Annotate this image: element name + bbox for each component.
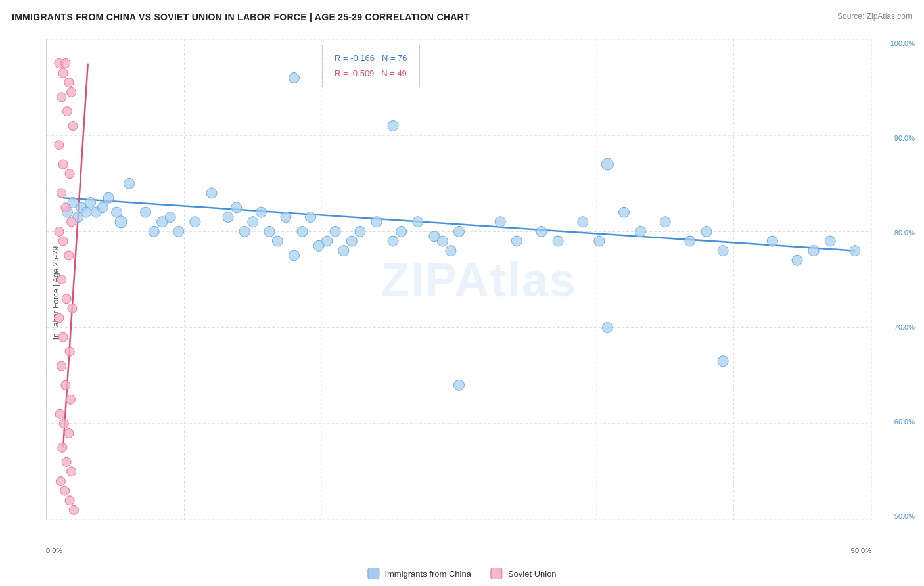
svg-point-25 bbox=[115, 216, 127, 228]
svg-point-36 bbox=[239, 226, 250, 237]
chart-container: IMMIGRANTS FROM CHINA VS SOVIET UNION IN… bbox=[0, 0, 924, 586]
svg-point-58 bbox=[437, 236, 448, 246]
svg-point-84 bbox=[61, 59, 70, 68]
svg-point-27 bbox=[141, 207, 151, 217]
stat-line-2: R = 0.509 N = 49 bbox=[335, 66, 407, 81]
svg-point-73 bbox=[601, 158, 613, 170]
legend-label-china: Immigrants from China bbox=[384, 569, 471, 579]
svg-point-100 bbox=[62, 294, 71, 304]
svg-point-77 bbox=[767, 236, 777, 246]
svg-point-34 bbox=[223, 212, 233, 222]
svg-point-61 bbox=[454, 380, 465, 390]
x-tick-0: 0.0% bbox=[46, 547, 62, 554]
stat-line-1: R = -0.166 N = 76 bbox=[335, 51, 407, 66]
legend-item-china: Immigrants from China bbox=[367, 568, 471, 579]
svg-point-41 bbox=[281, 212, 291, 222]
y-tick-labels: 100.0% 90.0% 80.0% 70.0% 60.0% 50.0% bbox=[890, 39, 915, 520]
svg-point-69 bbox=[635, 226, 646, 237]
legend-label-soviet: Soviet Union bbox=[508, 569, 557, 579]
svg-point-46 bbox=[322, 236, 333, 246]
svg-point-112 bbox=[62, 457, 71, 466]
svg-point-35 bbox=[231, 202, 242, 213]
svg-point-114 bbox=[56, 477, 65, 486]
svg-point-94 bbox=[61, 203, 70, 212]
svg-point-86 bbox=[67, 87, 76, 97]
svg-point-31 bbox=[173, 226, 184, 237]
source-label: Source: ZipAtlas.com bbox=[837, 12, 912, 21]
svg-point-22 bbox=[97, 202, 108, 213]
svg-point-70 bbox=[602, 323, 612, 333]
svg-point-74 bbox=[701, 226, 712, 237]
svg-point-95 bbox=[67, 217, 76, 227]
legend: Immigrants from China Soviet Union bbox=[367, 568, 556, 579]
svg-point-93 bbox=[57, 189, 66, 198]
svg-point-97 bbox=[58, 237, 68, 246]
svg-point-91 bbox=[58, 160, 68, 169]
svg-point-19 bbox=[81, 207, 91, 217]
svg-point-117 bbox=[69, 505, 78, 514]
svg-point-90 bbox=[55, 141, 64, 150]
svg-point-103 bbox=[58, 332, 68, 342]
svg-point-43 bbox=[297, 226, 308, 237]
y-tick-70: 70.0% bbox=[894, 323, 915, 331]
svg-point-108 bbox=[55, 409, 64, 418]
svg-point-109 bbox=[59, 419, 68, 428]
svg-point-60 bbox=[454, 226, 465, 237]
svg-point-78 bbox=[792, 255, 802, 265]
stat-r2: R = 0.509 N = 49 bbox=[335, 68, 407, 78]
svg-point-65 bbox=[553, 236, 563, 246]
svg-point-62 bbox=[495, 217, 505, 227]
x-tick-50: 50.0% bbox=[851, 547, 871, 554]
svg-point-33 bbox=[206, 188, 217, 198]
svg-point-116 bbox=[65, 496, 74, 505]
svg-point-66 bbox=[578, 217, 588, 227]
svg-point-28 bbox=[149, 226, 159, 237]
svg-point-115 bbox=[60, 486, 70, 495]
svg-point-89 bbox=[68, 122, 78, 131]
svg-point-44 bbox=[306, 212, 316, 222]
y-tick-100: 100.0% bbox=[890, 39, 915, 47]
stat-r1: R = -0.166 N = 76 bbox=[335, 53, 407, 63]
svg-point-54 bbox=[396, 226, 407, 237]
svg-point-76 bbox=[718, 356, 728, 367]
svg-point-26 bbox=[124, 178, 135, 189]
svg-point-51 bbox=[371, 217, 382, 227]
svg-point-40 bbox=[272, 236, 283, 246]
y-tick-90: 90.0% bbox=[894, 134, 915, 142]
svg-point-71 bbox=[660, 217, 670, 227]
svg-point-38 bbox=[256, 207, 266, 217]
svg-point-68 bbox=[619, 207, 630, 217]
svg-point-92 bbox=[65, 169, 74, 179]
svg-point-63 bbox=[511, 236, 522, 246]
svg-point-72 bbox=[685, 236, 695, 246]
chart-title: IMMIGRANTS FROM CHINA VS SOVIET UNION IN… bbox=[12, 12, 470, 22]
svg-point-87 bbox=[57, 93, 66, 102]
svg-point-79 bbox=[808, 246, 819, 256]
svg-point-39 bbox=[264, 226, 275, 237]
legend-swatch-china bbox=[367, 568, 379, 579]
svg-point-98 bbox=[64, 251, 74, 260]
svg-point-64 bbox=[536, 226, 547, 237]
y-tick-50: 50.0% bbox=[894, 512, 915, 520]
y-tick-80: 80.0% bbox=[894, 229, 915, 237]
svg-point-101 bbox=[68, 304, 77, 313]
svg-point-59 bbox=[446, 246, 456, 256]
chart-area: ZIPAtlas bbox=[46, 39, 871, 520]
svg-point-20 bbox=[85, 198, 96, 208]
svg-point-113 bbox=[67, 467, 76, 476]
svg-point-52 bbox=[289, 72, 300, 83]
svg-point-81 bbox=[850, 246, 860, 256]
svg-point-37 bbox=[248, 217, 258, 227]
svg-point-80 bbox=[825, 236, 835, 246]
svg-point-88 bbox=[62, 107, 72, 116]
svg-point-75 bbox=[718, 246, 728, 256]
svg-point-104 bbox=[65, 347, 74, 356]
svg-point-105 bbox=[57, 361, 66, 371]
legend-swatch-soviet bbox=[491, 568, 503, 579]
svg-point-85 bbox=[64, 78, 74, 87]
svg-point-57 bbox=[388, 121, 398, 131]
svg-point-23 bbox=[103, 192, 114, 203]
x-axis-ticks: 0.0% 50.0% bbox=[46, 547, 871, 554]
svg-point-111 bbox=[58, 443, 67, 452]
svg-point-107 bbox=[66, 395, 75, 404]
